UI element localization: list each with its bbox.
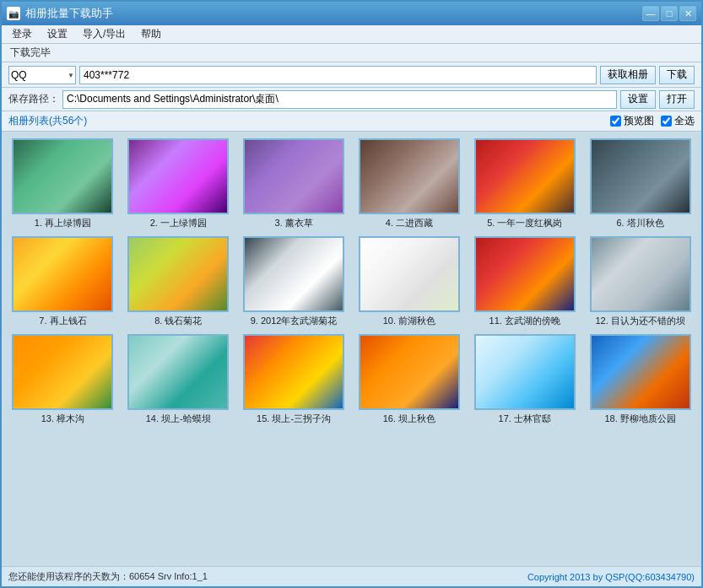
preview-checkbox[interactable] [610,116,621,127]
thumbnail-image [12,236,113,312]
download-button[interactable]: 下载 [659,66,695,84]
list-item[interactable]: 4. 二进西藏 [354,138,463,229]
thumbnail-image [474,138,576,214]
title-bar-left: 📷 相册批量下载助手 [7,6,113,21]
thumbnail-image [359,334,460,410]
list-item[interactable]: 18. 野柳地质公园 [586,334,695,425]
menu-login[interactable]: 登录 [8,25,35,43]
list-item[interactable]: 11. 玄武湖的傍晚 [470,236,579,327]
preview-checkbox-label[interactable]: 预览图 [610,114,654,128]
path-open-button[interactable]: 打开 [659,90,695,109]
copyright-text: Copyright 2013 by QSP(QQ:603434790) [527,572,695,582]
path-row: 保存路径： 设置 打开 [2,88,701,111]
thumbnail-image [474,334,576,410]
list-item[interactable]: 15. 坝上-三拐子沟 [240,334,349,425]
title-buttons: — □ ✕ [642,6,696,21]
list-item[interactable]: 13. 樟木沟 [8,334,117,425]
account-type-wrapper: QQ 微博 [8,66,76,84]
list-item[interactable]: 17. 士林官邸 [470,334,579,425]
list-item[interactable]: 8. 钱石菊花 [124,236,233,327]
thumbnail-label: 13. 樟木沟 [41,413,84,425]
menu-import-export[interactable]: 导入/导出 [79,25,129,43]
list-item[interactable]: 2. 一上绿博园 [124,138,233,229]
select-all-checkbox-label[interactable]: 全选 [661,114,695,128]
list-item[interactable]: 5. 一年一度红枫岗 [470,138,579,229]
thumbnail-image [590,138,691,214]
list-item[interactable]: 9. 2012年玄武湖菊花 [240,236,349,327]
thumbnail-label: 15. 坝上-三拐子沟 [257,413,331,425]
list-item[interactable]: 16. 坝上秋色 [354,334,463,425]
input-row: QQ 微博 获取相册 下载 [2,62,701,88]
status-left-text: 您还能使用该程序的天数为：60654 Srv Info:1_1 [8,570,208,583]
thumbnail-label: 5. 一年一度红枫岗 [487,217,562,229]
thumbnail-label: 18. 野柳地质公园 [604,413,675,425]
thumbnail-image [590,334,691,410]
list-item[interactable]: 1. 再上绿博园 [8,138,117,229]
path-label: 保存路径： [8,92,59,106]
thumbnail-label: 7. 再上钱石 [39,315,86,327]
menu-settings[interactable]: 设置 [44,25,71,43]
window-title: 相册批量下载助手 [25,6,113,21]
thumbnail-image [127,138,229,214]
thumbnail-label: 8. 钱石菊花 [154,315,202,327]
thumbnail-label: 14. 坝上-蛤蟆坝 [146,413,211,425]
thumbnail-image [243,236,344,312]
select-all-checkbox[interactable] [661,116,672,127]
thumbnail-image [12,334,113,410]
thumbnail-label: 9. 2012年玄武湖菊花 [251,315,338,327]
thumbnail-label: 4. 二进西藏 [386,217,433,229]
thumbnail-label: 2. 一上绿博园 [150,217,207,229]
list-item[interactable]: 6. 塔川秋色 [586,138,695,229]
thumbnail-image [359,236,460,312]
list-item[interactable]: 10. 前湖秋色 [354,236,463,327]
thumbnail-label: 16. 坝上秋色 [383,413,435,425]
title-bar: 📷 相册批量下载助手 — □ ✕ [2,2,701,25]
list-item[interactable]: 14. 坝上-蛤蟆坝 [124,334,233,425]
path-settings-button[interactable]: 设置 [620,90,656,109]
thumbnail-label: 12. 目认为还不错的坝 [595,315,684,327]
maximize-button[interactable]: □ [661,6,678,21]
app-icon: 📷 [7,7,20,20]
thumbnail-image [590,236,691,312]
list-item[interactable]: 3. 薰衣草 [240,138,349,229]
thumbnail-image [243,334,344,410]
thumbnail-image [359,138,460,214]
menu-bar: 登录 设置 导入/导出 帮助 [2,25,701,44]
gallery-area: 1. 再上绿博园2. 一上绿博园3. 薰衣草4. 二进西藏5. 一年一度红枫岗6… [2,132,701,566]
album-bar: 相册列表(共56个) 预览图 全选 [2,111,701,132]
account-input[interactable] [79,66,597,84]
thumbnail-image [127,236,229,312]
thumbnail-image [243,138,344,214]
list-item[interactable]: 7. 再上钱石 [8,236,117,327]
thumbnail-label: 1. 再上绿博园 [35,217,91,229]
menu-help[interactable]: 帮助 [138,25,165,43]
thumbnail-image [127,334,229,410]
gallery-grid: 1. 再上绿博园2. 一上绿博园3. 薰衣草4. 二进西藏5. 一年一度红枫岗6… [2,132,701,566]
thumbnail-label: 3. 薰衣草 [274,217,312,229]
toolbar: 下载完毕 [2,44,701,62]
account-type-select[interactable]: QQ 微博 [8,66,76,84]
path-input[interactable] [62,90,617,109]
close-button[interactable]: ✕ [679,6,696,21]
minimize-button[interactable]: — [642,6,659,21]
list-item[interactable]: 12. 目认为还不错的坝 [586,236,695,327]
download-status: 下载完毕 [10,46,51,60]
thumbnail-label: 17. 士林官邸 [499,413,551,425]
main-window: 📷 相册批量下载助手 — □ ✕ 登录 设置 导入/导出 帮助 下载完毕 QQ … [0,0,703,588]
album-right-controls: 预览图 全选 [610,114,695,128]
thumbnail-image [474,236,576,312]
fetch-album-button[interactable]: 获取相册 [600,66,656,84]
status-bar: 您还能使用该程序的天数为：60654 Srv Info:1_1 Copyrigh… [2,566,701,586]
thumbnail-label: 6. 塔川秋色 [616,217,663,229]
thumbnail-label: 10. 前湖秋色 [383,315,435,327]
thumbnail-label: 11. 玄武湖的傍晚 [489,315,560,327]
album-list-link[interactable]: 相册列表(共56个) [8,114,87,128]
thumbnail-image [12,138,113,214]
